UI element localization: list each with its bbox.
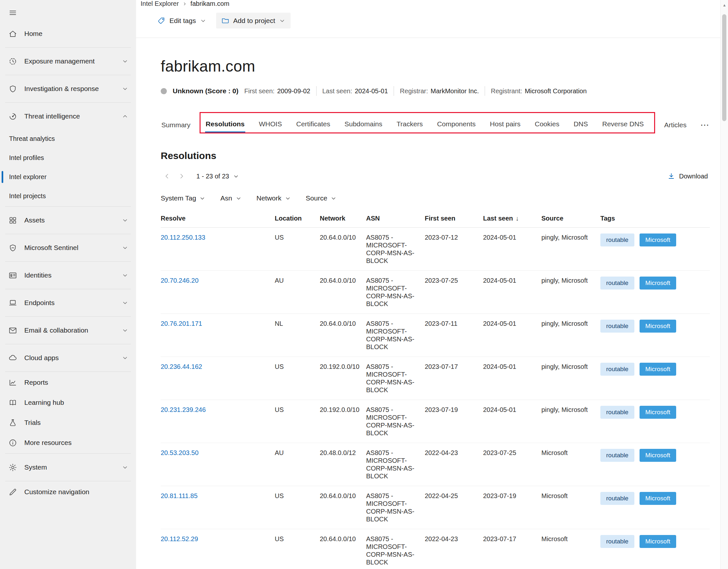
scrollbar-thumb[interactable] bbox=[722, 14, 726, 121]
cell-last-seen: 2024-05-01 bbox=[483, 271, 541, 290]
sidebar-item-assets[interactable]: Assets bbox=[0, 207, 136, 233]
sidebar-item-label: Trials bbox=[24, 419, 41, 426]
tab-host-pairs[interactable]: Host pairs bbox=[489, 117, 521, 133]
sidebar-item-intel-profiles[interactable]: Intel profiles bbox=[0, 148, 136, 168]
sidebar-item-intel-projects[interactable]: Intel projects bbox=[0, 187, 136, 206]
sidebar-item-exposure-management[interactable]: Exposure management bbox=[0, 48, 136, 74]
resolve-link[interactable]: 20.81.111.85 bbox=[161, 492, 198, 499]
sidebar-item-more-resources[interactable]: More resources bbox=[0, 433, 136, 453]
tab-trackers[interactable]: Trackers bbox=[396, 117, 423, 133]
tab-certificates[interactable]: Certificates bbox=[295, 117, 331, 133]
sidebar-item-label: Reports bbox=[24, 378, 48, 386]
sidebar-item-label: Intel profiles bbox=[9, 154, 44, 162]
investigation-response-icon bbox=[8, 85, 17, 93]
folder-icon bbox=[221, 17, 229, 25]
tab-reverse-dns[interactable]: Reverse DNS bbox=[602, 117, 644, 133]
sidebar-item-threat-intelligence[interactable]: Threat intelligence bbox=[0, 103, 136, 129]
breadcrumb-current-page[interactable]: fabrikam.com bbox=[191, 0, 229, 7]
cell-network: 20.192.0.0/10 bbox=[320, 357, 366, 376]
column-header-tags[interactable]: Tags bbox=[600, 211, 710, 227]
vertical-scrollbar[interactable]: ▲ bbox=[720, 0, 728, 569]
table-row: 20.112.250.133 US 20.64.0.0/10 AS8075 - … bbox=[161, 228, 710, 271]
resolve-link[interactable]: 20.112.250.133 bbox=[161, 234, 205, 241]
column-header-last-seen[interactable]: Last seen↓ bbox=[483, 211, 541, 227]
cell-resolve: 20.81.111.85 bbox=[161, 486, 275, 505]
resolve-link[interactable]: 20.70.246.20 bbox=[161, 277, 199, 284]
tab-articles[interactable]: Articles bbox=[664, 118, 687, 134]
filter-system-tag[interactable]: System Tag bbox=[161, 194, 205, 202]
table-row: 20.76.201.171 NL 20.64.0.0/10 AS8075 - M… bbox=[161, 314, 710, 357]
sidebar-item-email-collaboration[interactable]: Email & collaboration bbox=[0, 317, 136, 343]
sidebar-item-endpoints[interactable]: Endpoints bbox=[0, 290, 136, 316]
vertical-separator bbox=[485, 86, 485, 96]
column-header-network[interactable]: Network bbox=[320, 211, 366, 227]
column-header-resolve[interactable]: Resolve bbox=[161, 211, 275, 227]
tab-summary[interactable]: Summary bbox=[161, 118, 191, 134]
filters-row: System Tag Asn Network Source bbox=[161, 194, 710, 202]
cell-asn: AS8075 - MICROSOFT-CORP-MSN-AS-BLOCK bbox=[366, 400, 425, 443]
sidebar-item-home[interactable]: Home bbox=[0, 21, 136, 47]
tab-whois[interactable]: WHOIS bbox=[258, 117, 283, 133]
cell-last-seen: 2024-05-01 bbox=[483, 357, 541, 376]
next-page-button[interactable] bbox=[175, 170, 188, 183]
page-range-dropdown[interactable]: 1 - 23 of 23 bbox=[196, 173, 239, 180]
artifact-summary-row: Unknown (Score : 0) First seen: 2009-09-… bbox=[161, 86, 710, 96]
cell-asn: AS8075 - MICROSOFT-CORP-MSN-AS-BLOCK bbox=[366, 357, 425, 400]
resolve-link[interactable]: 20.53.203.50 bbox=[161, 449, 199, 456]
previous-page-button[interactable] bbox=[161, 170, 174, 183]
registrant-field: Registrant: Microsoft Corporation bbox=[491, 87, 587, 95]
sidebar-item-microsoft-sentinel[interactable]: Microsoft Sentinel bbox=[0, 235, 136, 261]
tab-dns[interactable]: DNS bbox=[573, 117, 588, 133]
tab-components[interactable]: Components bbox=[436, 117, 476, 133]
filter-source[interactable]: Source bbox=[306, 194, 337, 202]
column-header-asn[interactable]: ASN bbox=[366, 211, 425, 227]
score-label: Unknown (Score : 0) bbox=[173, 87, 238, 95]
column-header-first-seen[interactable]: First seen bbox=[425, 211, 483, 227]
column-header-source[interactable]: Source bbox=[541, 211, 600, 227]
tab-resolutions[interactable]: Resolutions bbox=[205, 117, 245, 133]
cell-network: 20.64.0.0/10 bbox=[320, 314, 366, 333]
sidebar-item-label: Endpoints bbox=[24, 299, 54, 307]
tabs-overflow-button[interactable]: ··· bbox=[700, 118, 710, 134]
cell-tags: routable Microsoft bbox=[600, 443, 710, 468]
sidebar-item-system[interactable]: System bbox=[0, 454, 136, 480]
sidebar-item-intel-explorer[interactable]: Intel explorer bbox=[0, 168, 136, 187]
sidebar-item-customize-navigation[interactable]: Customize navigation bbox=[0, 482, 136, 502]
cell-source: Microsoft bbox=[541, 529, 600, 549]
sidebar-item-label: Cloud apps bbox=[24, 354, 59, 362]
cell-asn: AS8075 - MICROSOFT-CORP-MSN-AS-BLOCK bbox=[366, 486, 425, 529]
sidebar-item-label: System bbox=[24, 463, 47, 471]
cell-tags: routable Microsoft bbox=[600, 314, 710, 338]
filter-asn[interactable]: Asn bbox=[220, 194, 241, 202]
resolve-link[interactable]: 20.112.52.29 bbox=[161, 535, 198, 542]
cell-location: US bbox=[275, 529, 320, 549]
table-row: 20.236.44.162 US 20.192.0.0/10 AS8075 - … bbox=[161, 357, 710, 400]
tag-routable: routable bbox=[600, 234, 634, 247]
resolve-link[interactable]: 20.236.44.162 bbox=[161, 363, 202, 370]
sidebar-item-reports[interactable]: Reports bbox=[0, 372, 136, 392]
sidebar-item-cloud-apps[interactable]: Cloud apps bbox=[0, 345, 136, 371]
column-header-location[interactable]: Location bbox=[275, 211, 320, 227]
sidebar-item-identities[interactable]: Identities bbox=[0, 262, 136, 288]
scroll-up-arrow-icon[interactable]: ▲ bbox=[722, 3, 726, 7]
resolve-link[interactable]: 20.231.239.246 bbox=[161, 406, 206, 413]
sidebar-item-investigation-response[interactable]: Investigation & response bbox=[0, 76, 136, 102]
sidebar-item-label: Intel projects bbox=[9, 192, 46, 200]
sidebar-item-learning-hub[interactable]: Learning hub bbox=[0, 392, 136, 412]
download-button[interactable]: Download bbox=[665, 172, 710, 180]
tag-microsoft: Microsoft bbox=[640, 492, 676, 505]
breadcrumb-intel-explorer[interactable]: Intel Explorer bbox=[141, 0, 179, 7]
edit-tags-button[interactable]: Edit tags bbox=[152, 13, 212, 29]
tab-cookies[interactable]: Cookies bbox=[534, 117, 560, 133]
hamburger-menu-button[interactable] bbox=[0, 3, 17, 21]
sidebar-item-threat-analytics[interactable]: Threat analytics bbox=[0, 129, 136, 148]
add-to-project-button[interactable]: Add to project bbox=[216, 13, 291, 29]
cell-first-seen: 2023-07-12 bbox=[425, 228, 483, 247]
resolve-link[interactable]: 20.76.201.171 bbox=[161, 320, 202, 327]
field-value: MarkMonitor Inc. bbox=[431, 87, 479, 95]
table-row: 20.112.52.29 US 20.64.0.0/10 AS8075 - MI… bbox=[161, 529, 710, 569]
filter-network[interactable]: Network bbox=[257, 194, 291, 202]
tab-subdomains[interactable]: Subdomains bbox=[344, 117, 383, 133]
tag-microsoft: Microsoft bbox=[640, 535, 676, 548]
sidebar-item-trials[interactable]: Trials bbox=[0, 412, 136, 433]
